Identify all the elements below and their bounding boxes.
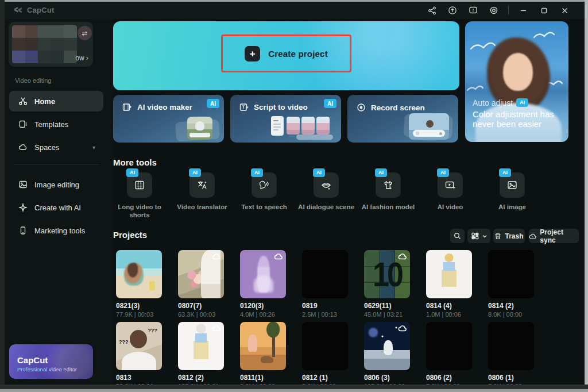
project-thumbnail[interactable] bbox=[302, 250, 348, 298]
project-card[interactable]: 0807(7) 63.3K | 00:03 bbox=[178, 250, 235, 318]
tool-text-to-speech[interactable]: AI Text to speech bbox=[233, 172, 296, 211]
sidebar-item-marketing-tools[interactable]: Marketing tools bbox=[9, 220, 103, 241]
cloud-icon bbox=[398, 325, 407, 332]
tool-ai-fashion-model[interactable]: AI AI fashion model bbox=[357, 172, 420, 211]
project-stats: 2.5M | 00:13 bbox=[302, 311, 359, 318]
card-script-to-video[interactable]: AI Script to video bbox=[230, 95, 341, 143]
search-button[interactable] bbox=[450, 229, 465, 243]
chevron-down-icon[interactable]: ▾ bbox=[92, 144, 95, 151]
tool-video-translator[interactable]: AI Video translator bbox=[171, 172, 234, 211]
project-card[interactable]: 0806 (1) 7.9K | 00:00 bbox=[488, 322, 546, 390]
project-thumbnail[interactable] bbox=[302, 322, 348, 370]
project-thumbnail[interactable] bbox=[240, 322, 286, 370]
film-plus-icon bbox=[122, 103, 132, 112]
video-frame-thumb bbox=[301, 117, 315, 134]
maximize-button[interactable] bbox=[536, 3, 551, 17]
sidebar-item-image-editing[interactable]: Image editing bbox=[9, 174, 103, 195]
project-thumbnail[interactable] bbox=[488, 322, 534, 370]
projects-heading: Projects bbox=[113, 230, 147, 240]
tool-ai-video[interactable]: AI AI video bbox=[419, 172, 482, 211]
renew-link[interactable]: ow › bbox=[75, 53, 88, 62]
card-record-screen[interactable]: Record screen bbox=[347, 95, 458, 143]
feedback-icon[interactable] bbox=[466, 3, 481, 17]
project-thumbnail[interactable] bbox=[488, 250, 534, 298]
tool-long-video-to-shorts[interactable]: AI Long video to shorts bbox=[108, 172, 171, 220]
create-project-button[interactable]: + Create project bbox=[223, 36, 350, 71]
sidebar-item-label: Home bbox=[34, 97, 55, 106]
project-card[interactable]: 0811(1) 2.3M | 00:06 bbox=[240, 322, 297, 390]
project-card[interactable]: 0812 (2) 187.0K | 00:01 bbox=[178, 322, 235, 390]
project-card[interactable]: 0812 (1) 8.0K | 00:00 bbox=[302, 322, 359, 390]
tool-ai-image[interactable]: AI AI image bbox=[481, 172, 544, 211]
decor-pill bbox=[296, 134, 333, 140]
tool-label: Video translator bbox=[171, 203, 234, 211]
script-icon bbox=[239, 103, 249, 112]
translate-icon bbox=[196, 179, 208, 191]
templates-icon bbox=[18, 120, 28, 129]
project-stats: 1.0M | 00:06 bbox=[426, 311, 483, 318]
promo-image-face bbox=[503, 53, 533, 91]
project-name: 0629(11) bbox=[364, 302, 421, 310]
minimize-button[interactable] bbox=[516, 3, 531, 17]
sidebar-item-templates[interactable]: Templates bbox=[9, 114, 103, 134]
project-stats: 45.0M | 03:21 bbox=[364, 311, 421, 318]
sidebar-item-create-with-ai[interactable]: Create with AI bbox=[9, 197, 103, 218]
create-project-label: Create project bbox=[268, 49, 328, 59]
project-card[interactable]: 0819 2.5M | 00:13 bbox=[302, 250, 359, 318]
view-mode-dropdown[interactable] bbox=[467, 229, 490, 243]
trash-button[interactable]: Trash bbox=[493, 229, 525, 243]
sidebar-item-home[interactable]: Home bbox=[9, 91, 103, 112]
tool-label: AI fashion model bbox=[357, 203, 420, 211]
capcut-pro-banner[interactable]: CapCut Professional video editor bbox=[9, 344, 93, 379]
banner-subtitle: Professional video editor bbox=[17, 366, 77, 372]
close-button[interactable] bbox=[557, 3, 572, 17]
window-frame-left bbox=[0, 0, 5, 392]
project-card[interactable]: 0821(3) 77.9K | 00:03 bbox=[116, 250, 173, 318]
switch-account-icon[interactable]: ⇌ bbox=[78, 26, 92, 40]
project-card[interactable]: 0120(3) 4.0M | 00:26 bbox=[240, 250, 297, 318]
project-thumbnail[interactable] bbox=[426, 250, 472, 298]
project-card[interactable]: ??? ??? 0813 53.0K | 00:01 bbox=[116, 322, 173, 390]
project-thumbnail[interactable] bbox=[426, 322, 472, 370]
project-name: 0821(3) bbox=[116, 302, 173, 310]
card-ai-video-maker[interactable]: AI AI video maker bbox=[113, 95, 224, 143]
card-title: Record screen bbox=[371, 103, 425, 112]
sidebar: ⇌ ow › Video editing Home Templates Spac… bbox=[5, 19, 113, 384]
project-card[interactable]: 0806 (2) 7.9K | 00:00 bbox=[426, 322, 483, 390]
project-thumbnail[interactable]: 10 bbox=[364, 250, 410, 298]
titlebar: CapCut bbox=[5, 2, 585, 19]
tool-label: AI image bbox=[481, 203, 544, 211]
grid-view-icon bbox=[471, 232, 479, 240]
settings-gear-icon[interactable] bbox=[486, 3, 501, 17]
create-project-banner[interactable]: + Create project bbox=[113, 21, 459, 90]
capcut-logo-icon bbox=[14, 6, 23, 14]
project-thumbnail[interactable] bbox=[116, 250, 162, 298]
tool-label: AI dialogue scene bbox=[295, 203, 358, 211]
sidebar-item-label: Templates bbox=[34, 120, 68, 129]
project-thumbnail[interactable] bbox=[240, 250, 286, 298]
project-card[interactable]: 0806 (3) 105.3K | 00:03 bbox=[364, 322, 421, 390]
promo-card-auto-adjust[interactable]: Auto adjust AI Color adjustment has neve… bbox=[465, 21, 568, 142]
profile-blurred-info bbox=[12, 25, 77, 63]
ai-video-icon bbox=[444, 179, 456, 191]
project-thumbnail[interactable] bbox=[364, 322, 410, 370]
sidebar-item-spaces[interactable]: Spaces ▾ bbox=[9, 137, 103, 157]
profile-card[interactable]: ⇌ ow › bbox=[9, 22, 93, 67]
project-thumbnail[interactable] bbox=[178, 250, 224, 298]
cloud-icon bbox=[212, 253, 221, 260]
project-thumbnail[interactable]: ??? ??? bbox=[116, 322, 162, 370]
tool-ai-dialogue-scene[interactable]: AI AI dialogue scene bbox=[295, 172, 358, 211]
project-name: 0813 bbox=[116, 374, 173, 382]
project-stats: 4.0M | 00:26 bbox=[240, 311, 297, 318]
project-thumbnail[interactable] bbox=[178, 322, 224, 370]
project-card[interactable]: 10 0629(11) 45.0M | 03:21 bbox=[364, 250, 421, 318]
share-icon[interactable] bbox=[424, 3, 439, 17]
project-card[interactable]: 0814 (4) 1.0M | 00:06 bbox=[426, 250, 483, 318]
upgrade-icon[interactable] bbox=[445, 3, 460, 17]
tool-label: AI video bbox=[419, 203, 482, 211]
banner-subtitle-highlight: Professional bbox=[17, 366, 47, 372]
project-sync-button[interactable]: Project sync bbox=[529, 229, 579, 243]
project-name: 0806 (2) bbox=[426, 374, 483, 382]
renew-text: ow bbox=[75, 54, 84, 62]
project-card[interactable]: 0814 (2) 8.0K | 00:00 bbox=[488, 250, 546, 318]
